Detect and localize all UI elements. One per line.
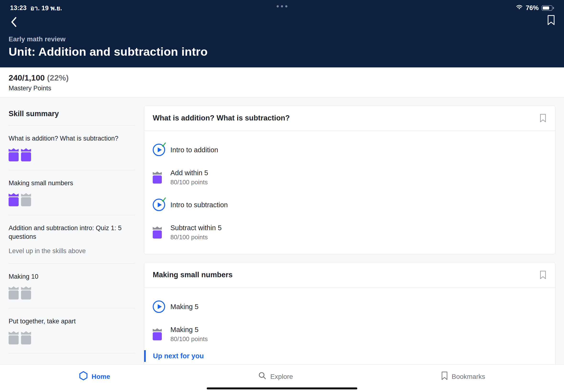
back-button[interactable] (7, 15, 21, 29)
lesson-row-add-within-5[interactable]: Add within 5 80/100 points (153, 163, 547, 192)
lesson-row-intro-to-subtraction[interactable]: ✓ Intro to subtraction (153, 192, 547, 218)
sidebar-item-quiz-1[interactable]: Addition and subtraction intro: Quiz 1: … (9, 215, 135, 264)
tab-bookmarks-label: Bookmarks (452, 373, 485, 380)
lesson-row-making-5-exercise[interactable]: Making 5 80/100 points (153, 320, 547, 349)
tab-home-label: Home (92, 373, 110, 380)
skill-summary-sidebar: Skill summary What is addition? What is … (9, 98, 135, 364)
bookmark-lesson-button[interactable] (539, 270, 547, 280)
unit-content: Skill summary What is addition? What is … (0, 98, 564, 364)
mastery-summary: 240/1,100 (22%) Mastery Points (0, 67, 564, 98)
wifi-icon (516, 4, 523, 12)
tab-explore[interactable]: Explore (258, 371, 293, 382)
quiz-note: Level up in the skills above (9, 247, 135, 255)
points-progress: 80/100 points (170, 179, 208, 186)
mastery-points-value: 240/1,100 (9, 73, 45, 82)
mastery-icon (21, 331, 31, 344)
mastery-level-icon (153, 226, 162, 238)
video-play-completed-icon: ✓ (153, 199, 165, 211)
card-title: Making small numbers (153, 271, 233, 279)
mastery-level-icon (153, 171, 162, 183)
tab-bookmarks[interactable]: Bookmarks (441, 371, 485, 382)
mastery-icon (21, 193, 31, 206)
card-what-is-addition: What is addition? What is subtraction? ✓ (144, 105, 555, 254)
bookmark-lesson-button[interactable] (539, 113, 547, 123)
sidebar-item-put-together-take-apart[interactable]: Put together, take apart (9, 308, 135, 353)
sidebar-item-what-is-addition[interactable]: What is addition? What is subtraction? (9, 126, 135, 170)
home-indicator[interactable] (207, 388, 357, 389)
points-progress: 80/100 points (170, 335, 208, 343)
status-date: อา. 19 พ.ย. (30, 3, 62, 13)
mastery-percent: (22%) (47, 73, 69, 82)
card-making-small-numbers: Making small numbers Making 5 (144, 262, 555, 364)
mastery-icon (9, 193, 19, 206)
mastery-icon (21, 148, 31, 161)
bookmark-unit-button[interactable] (547, 14, 555, 27)
video-play-completed-icon: ✓ (153, 144, 165, 156)
battery-percent: 76% (526, 4, 539, 12)
page-title: Unit: Addition and subtraction intro (9, 45, 208, 58)
bookmark-icon (441, 371, 448, 382)
search-icon (258, 371, 267, 382)
mastery-points-label: Mastery Points (9, 85, 555, 92)
lesson-row-making-5-video[interactable]: Making 5 (153, 294, 547, 320)
home-hexagon-icon (79, 371, 88, 382)
mastery-icon (9, 331, 19, 344)
multitasking-dots-icon (277, 5, 288, 7)
breadcrumb: Early math review (9, 35, 66, 43)
skill-summary-title: Skill summary (9, 110, 135, 126)
sidebar-item-making-small-numbers[interactable]: Making small numbers (9, 170, 135, 215)
video-play-icon (153, 300, 165, 313)
lesson-cards: What is addition? What is subtraction? ✓ (144, 98, 555, 364)
up-next-link[interactable]: Up next for you (144, 350, 547, 362)
mastery-icon (21, 286, 31, 299)
tab-home[interactable]: Home (79, 371, 110, 382)
card-title: What is addition? What is subtraction? (153, 114, 290, 122)
tab-explore-label: Explore (270, 373, 293, 380)
mastery-icon (9, 286, 19, 299)
mastery-icon (9, 148, 19, 161)
lesson-row-intro-to-addition[interactable]: ✓ Intro to addition (153, 137, 547, 163)
lesson-row-subtract-within-5[interactable]: Subtract within 5 80/100 points (153, 218, 547, 247)
sidebar-item-making-10[interactable]: Making 10 (9, 264, 135, 308)
status-time: 13:23 (10, 4, 27, 12)
unit-header: 13:23 อา. 19 พ.ย. 76% (0, 0, 564, 67)
mastery-level-icon (153, 328, 162, 340)
points-progress: 80/100 points (170, 234, 221, 241)
battery-icon (542, 5, 554, 11)
status-bar: 13:23 อา. 19 พ.ย. 76% (0, 0, 564, 13)
